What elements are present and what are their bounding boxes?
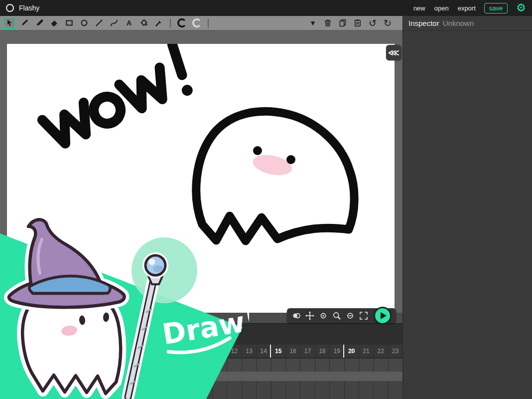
timeline-frame-6[interactable]: 6 (139, 345, 153, 358)
canvas-area: wow! ⋘ (0, 30, 402, 323)
timeline-number-band: 1234567891011121314151617181920212223 (0, 345, 402, 358)
timeline-frame-7[interactable]: 7 (153, 345, 168, 358)
play-button[interactable] (374, 307, 392, 325)
dot-circle-icon (318, 311, 328, 321)
magnifier-icon (332, 311, 342, 321)
onion-skin-prev-button[interactable] (175, 17, 188, 29)
inspector-header: Inspector Unknown (403, 16, 532, 31)
delete-button[interactable] (323, 17, 333, 28)
timeline-tracks[interactable] (0, 359, 402, 399)
timeline-scrollbar[interactable] (0, 372, 402, 381)
topbar: Flashy new open export save ⚙ (0, 0, 532, 16)
export-button[interactable]: export (455, 3, 478, 13)
onion-skin-icon (291, 311, 301, 321)
play-icon (375, 308, 390, 323)
timeline-frame-2[interactable]: 2 (80, 345, 95, 358)
tool-eyedropper[interactable] (152, 17, 165, 29)
inspector-panel: Inspector Unknown (402, 16, 532, 399)
copy-button[interactable] (338, 17, 348, 28)
zoom-out-button[interactable] (345, 311, 355, 321)
timeline-frame-20[interactable]: 20 (344, 345, 358, 358)
app-logo-icon (6, 4, 14, 12)
inspector-title: Inspector (408, 19, 439, 27)
timeline-frame-16[interactable]: 16 (285, 345, 300, 358)
dropdown-arrow-icon: ▼ (311, 20, 315, 26)
toolbar-separator (170, 18, 171, 28)
rectangle-icon (65, 18, 74, 27)
redo-button[interactable]: ↻ (383, 17, 393, 28)
tool-eraser[interactable] (48, 17, 61, 29)
paste-button[interactable] (353, 17, 363, 28)
new-button[interactable]: new (411, 3, 428, 13)
collapse-chevrons-icon: ⋘ (388, 48, 399, 57)
canvas-artwork (7, 44, 395, 313)
ghost-drawing (196, 111, 354, 241)
tool-line[interactable] (93, 17, 106, 29)
tool-select[interactable] (3, 17, 16, 29)
zoom-in-button[interactable] (332, 311, 342, 321)
copy-icon (338, 18, 347, 27)
zoom-reset-button[interactable] (318, 311, 328, 321)
tool-fill[interactable] (137, 17, 150, 29)
timeline-frame-18[interactable]: 18 (315, 345, 329, 358)
save-button[interactable]: save (484, 3, 508, 13)
wow-drawing (36, 44, 194, 154)
timeline-frame-10[interactable]: 10 (198, 345, 212, 358)
timeline[interactable]: 1234567891011121314151617181920212223 (0, 323, 402, 399)
select-cursor-icon (5, 18, 14, 27)
timeline-frame-4[interactable]: 4 (110, 345, 124, 358)
minus-circle-icon (345, 311, 355, 321)
undo-button[interactable]: ↺ (368, 17, 378, 28)
timeline-frame-11[interactable]: 11 (212, 345, 227, 358)
tool-bar: A ▼ ↺ ↻ (0, 16, 402, 30)
timeline-frame-9[interactable]: 9 (183, 345, 197, 358)
pencil-icon (20, 18, 29, 27)
app-window: Flashy new open export save ⚙ (0, 0, 532, 399)
trash-icon (323, 18, 332, 27)
timeline-frame-23[interactable]: 23 (388, 345, 402, 358)
timeline-frame-21[interactable]: 21 (359, 345, 373, 358)
timeline-frame-14[interactable]: 14 (256, 345, 270, 358)
collapse-panel-button[interactable]: ⋘ (386, 45, 401, 60)
tool-rectangle[interactable] (63, 17, 76, 29)
text-tool-icon: A (127, 19, 132, 27)
fit-view-button[interactable] (359, 311, 369, 321)
settings-gear-icon[interactable]: ⚙ (516, 2, 526, 13)
tool-ellipse[interactable] (78, 17, 91, 29)
c-arc-light-icon (192, 18, 202, 28)
timeline-frame-19[interactable]: 19 (329, 345, 344, 358)
eyedropper-icon (154, 18, 163, 27)
timeline-track-row[interactable] (0, 359, 402, 372)
onion-skin-toggle-button[interactable] (291, 311, 301, 321)
tool-curve[interactable] (108, 17, 121, 29)
timeline-frame-22[interactable]: 22 (373, 345, 388, 358)
frame-menu-dropdown[interactable]: ▼ (308, 17, 318, 28)
open-button[interactable]: open (432, 3, 451, 13)
redo-icon: ↻ (384, 18, 392, 28)
curve-pen-icon (110, 18, 119, 27)
timeline-frame-12[interactable]: 12 (227, 345, 241, 358)
timeline-frame-3[interactable]: 3 (95, 345, 110, 358)
timeline-frame-1[interactable]: 1 (66, 345, 80, 358)
timeline-frame-8[interactable]: 8 (168, 345, 183, 358)
marker-pen-icon (35, 18, 44, 27)
line-icon (95, 18, 104, 27)
view-toolbar (287, 308, 396, 323)
timeline-frame-13[interactable]: 13 (242, 345, 256, 358)
undo-icon: ↺ (369, 18, 377, 28)
ellipse-icon (80, 18, 89, 27)
onion-skin-next-button[interactable] (190, 17, 203, 29)
timeline-frame-5[interactable]: 5 (125, 345, 139, 358)
timeline-frame-17[interactable]: 17 (300, 345, 314, 358)
tool-text[interactable]: A (123, 17, 135, 29)
tool-pen[interactable] (33, 17, 46, 29)
timeline-frame-15[interactable]: 15 (270, 345, 285, 358)
timeline-track-row[interactable] (0, 381, 402, 399)
inspector-selection: Unknown (443, 19, 474, 27)
c-arc-dark-icon (177, 18, 187, 28)
pan-tool-button[interactable] (305, 311, 315, 321)
drawing-canvas[interactable]: wow! (7, 44, 395, 313)
pan-arrows-icon (305, 311, 315, 321)
toolbar-separator (208, 18, 209, 28)
tool-pencil[interactable] (18, 17, 31, 29)
